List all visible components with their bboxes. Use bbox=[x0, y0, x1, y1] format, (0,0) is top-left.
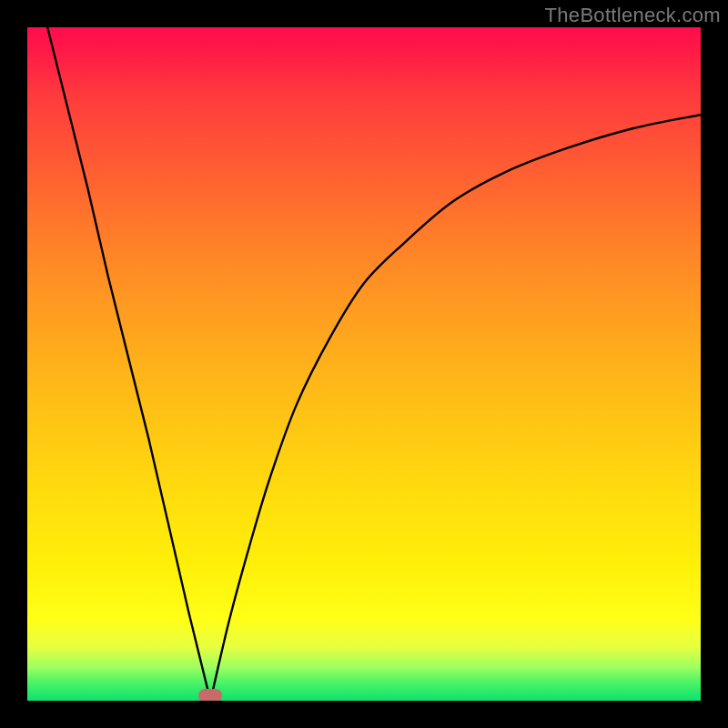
chart-frame: TheBottleneck.com bbox=[0, 0, 728, 728]
optimum-marker bbox=[198, 689, 222, 701]
plot-area bbox=[27, 27, 701, 701]
watermark-text: TheBottleneck.com bbox=[545, 4, 721, 27]
bottleneck-curve bbox=[27, 27, 701, 701]
